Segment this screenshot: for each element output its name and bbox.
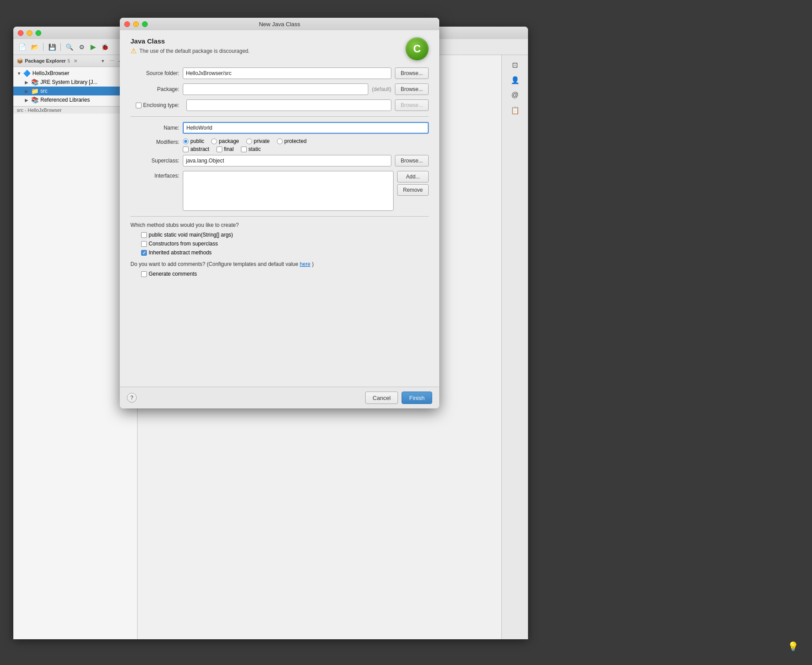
source-folder-row: Source folder: Browse...	[130, 67, 429, 79]
method-stub-inherited-option[interactable]: ✓ Inherited abstract methods	[141, 249, 429, 256]
dialog-header-left: Java Class ⚠ The use of the default pack…	[130, 37, 250, 55]
superclass-browse-button[interactable]: Browse...	[395, 155, 429, 166]
right-panel-btn-3[interactable]: @	[509, 89, 521, 101]
form-separator-2	[130, 216, 429, 217]
package-icon: 📦	[17, 58, 23, 64]
tree-item-hellojxbrowser[interactable]: ▼ 🔷 HelloJxBrowser	[13, 69, 137, 78]
generate-comments-checkbox[interactable]	[141, 271, 147, 277]
name-row: Name:	[130, 122, 429, 134]
modifier-public-radio[interactable]	[183, 139, 189, 144]
here-link[interactable]: here	[300, 261, 311, 267]
tree-item-src[interactable]: ▶ 📁 src	[13, 87, 137, 95]
run-button[interactable]: ▶	[89, 43, 98, 51]
pe-close-icon[interactable]: ✕	[74, 59, 77, 63]
modifier-package-option[interactable]: package	[211, 138, 239, 144]
enclosing-browse-button[interactable]: Browse...	[395, 99, 429, 111]
modifier-static-checkbox[interactable]	[241, 146, 247, 152]
cancel-button[interactable]: Cancel	[365, 392, 398, 404]
name-input[interactable]	[183, 122, 429, 134]
method-stub-inherited-checkbox[interactable]: ✓	[141, 250, 147, 256]
package-input[interactable]	[183, 83, 368, 95]
project-icon: 🔷	[23, 70, 31, 77]
help-button[interactable]: ?	[127, 393, 137, 403]
modifier-abstract-option[interactable]: abstract	[183, 146, 209, 152]
refactor-button[interactable]: ⚙	[76, 42, 87, 52]
tree-label-src: src	[40, 88, 47, 94]
new-java-class-dialog: New Java Class Java Class ⚠ The use of t…	[120, 18, 439, 408]
chevron-right-icon: ▶	[25, 80, 29, 85]
check-icon: ✓	[142, 250, 146, 255]
method-stub-constructors-checkbox[interactable]	[141, 241, 147, 247]
dialog-maximize-button[interactable]	[142, 21, 148, 27]
pe-status-text: src - HelloJxBrowser	[17, 107, 62, 113]
finish-button[interactable]: Finish	[402, 392, 432, 404]
tree-label-hellojxbrowser: HelloJxBrowser	[32, 70, 69, 76]
tree-item-jre[interactable]: ▶ 📚 JRE System Library [J...	[13, 78, 137, 87]
comments-question: Do you want to add comments? (Configure …	[130, 261, 429, 267]
enclosing-type-input[interactable]	[186, 99, 391, 111]
interfaces-add-button[interactable]: Add...	[397, 171, 429, 182]
interfaces-remove-button[interactable]: Remove	[397, 184, 429, 196]
folder-icon: 📁	[31, 87, 39, 95]
pe-header: 📦 Package Explorer 5 ✕ ▾ ⋯ — □	[13, 55, 137, 67]
modifier-public-option[interactable]: public	[183, 138, 204, 144]
ide-maximize-button[interactable]	[35, 30, 41, 36]
dialog-class-title: Java Class	[130, 37, 250, 45]
comments-suffix: )	[312, 261, 314, 267]
ide-close-button[interactable]	[18, 30, 24, 36]
enclosing-type-label: Enclosing type:	[143, 102, 179, 108]
method-stub-main-checkbox[interactable]	[141, 232, 147, 238]
dialog-close-button[interactable]	[124, 21, 130, 27]
source-folder-browse-button[interactable]: Browse...	[395, 67, 429, 79]
dialog-header-section: Java Class ⚠ The use of the default pack…	[130, 37, 429, 60]
name-label: Name:	[130, 125, 179, 131]
pe-collapse-button[interactable]: ▾	[99, 57, 107, 65]
method-checkboxes: public static void main(String[] args) C…	[141, 232, 429, 256]
package-label: Package:	[130, 86, 179, 92]
generate-comments-area: Generate comments	[141, 271, 429, 277]
modifier-static-option[interactable]: static	[241, 146, 261, 152]
form-separator-1	[130, 116, 429, 117]
chevron-down-icon: ▼	[17, 71, 21, 76]
modifier-protected-radio[interactable]	[277, 139, 283, 144]
modifier-private-option[interactable]: private	[246, 138, 270, 144]
right-panel-btn-2[interactable]: 👤	[509, 74, 521, 86]
dialog-minimize-button[interactable]	[133, 21, 139, 27]
method-stub-main-option[interactable]: public static void main(String[] args)	[141, 232, 429, 238]
modifier-protected-label: protected	[284, 138, 307, 144]
enclosing-checkbox-area: Enclosing type:	[130, 102, 179, 108]
enclosing-type-row: Enclosing type: Browse...	[130, 99, 429, 111]
modifiers-group: public package private protected	[183, 138, 307, 152]
tree-item-referenced-libraries[interactable]: ▶ 📚 Referenced Libraries	[13, 95, 137, 104]
modifier-final-option[interactable]: final	[217, 146, 234, 152]
search-button[interactable]: 🔍	[64, 42, 75, 52]
modifier-private-radio[interactable]	[246, 139, 252, 144]
superclass-input[interactable]	[183, 155, 391, 166]
modifier-package-radio[interactable]	[211, 139, 217, 144]
open-button[interactable]: 📂	[29, 42, 40, 52]
modifier-protected-option[interactable]: protected	[277, 138, 307, 144]
modifier-static-label: static	[248, 146, 261, 152]
source-folder-input[interactable]	[183, 67, 391, 79]
ide-minimize-button[interactable]	[27, 30, 32, 36]
modifier-abstract-checkbox[interactable]	[183, 146, 189, 152]
generate-comments-option[interactable]: Generate comments	[141, 271, 429, 277]
modifier-final-checkbox[interactable]	[217, 146, 222, 152]
dialog-warning-text: The use of the default package is discou…	[139, 48, 250, 54]
method-stub-constructors-option[interactable]: Constructors from superclass	[141, 241, 429, 247]
dialog-logo: C	[406, 37, 429, 60]
package-browse-button[interactable]: Browse...	[395, 83, 429, 95]
right-panel-btn-4[interactable]: 📋	[509, 104, 521, 116]
modifier-private-label: private	[254, 138, 270, 144]
save-button[interactable]: 💾	[47, 42, 57, 52]
right-panel-btn-1[interactable]: ⊡	[509, 59, 521, 71]
toolbar-divider-1	[43, 43, 43, 51]
method-stub-main-label: public static void main(String[] args)	[149, 232, 233, 238]
enclosing-type-checkbox[interactable]	[136, 103, 142, 108]
modifier-public-label: public	[190, 138, 204, 144]
new-button[interactable]: 📄	[17, 42, 28, 52]
debug-button[interactable]: 🐞	[99, 42, 110, 52]
modifier-package-label: package	[219, 138, 239, 144]
pe-menu-button[interactable]: ⋯	[108, 57, 116, 65]
interfaces-textarea[interactable]	[183, 171, 394, 211]
